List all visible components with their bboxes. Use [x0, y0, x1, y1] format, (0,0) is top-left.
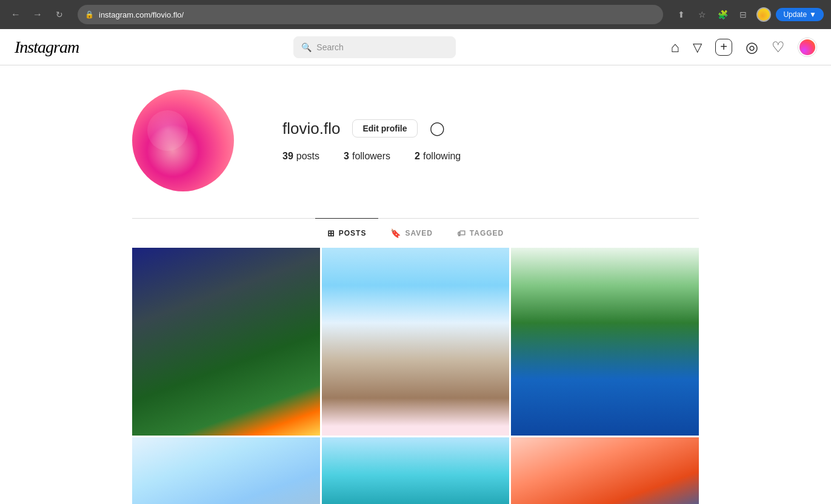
download-icon[interactable]: ⬆ — [673, 6, 690, 23]
grid-item[interactable] — [511, 248, 699, 436]
instagram-logo[interactable]: Instagram — [15, 38, 79, 57]
profile-section: flovio.flo Edit profile ◯ 39 posts 3 fol… — [132, 65, 699, 218]
search-icon: 🔍 — [301, 42, 312, 52]
followers-stat[interactable]: 3 followers — [344, 151, 390, 162]
compass-icon[interactable]: ◎ — [746, 39, 758, 56]
settings-icon[interactable]: ◯ — [430, 121, 445, 136]
tab-saved[interactable]: 🔖 SAVED — [378, 218, 444, 248]
lock-icon: 🔒 — [85, 10, 94, 19]
url-text: instagram.com/flovio.flo/ — [99, 10, 184, 19]
bookmark-icon[interactable]: ☆ — [693, 6, 710, 23]
cast-icon[interactable]: ⊟ — [735, 6, 752, 23]
following-stat[interactable]: 2 following — [415, 151, 461, 162]
instagram-header: Instagram 🔍 ⌂ ▽ + ◎ ♡ — [0, 29, 831, 65]
profile-icon[interactable] — [755, 6, 772, 23]
search-input[interactable] — [316, 42, 448, 52]
profile-avatar-nav[interactable] — [798, 38, 816, 56]
profile-stats: 39 posts 3 followers 2 following — [282, 151, 699, 162]
posts-count: 39 — [282, 151, 293, 162]
grid-item[interactable] — [322, 437, 510, 504]
tab-posts[interactable]: ⊞ POSTS — [315, 218, 379, 248]
forward-button[interactable]: → — [29, 6, 46, 23]
posts-stat: 39 posts — [282, 151, 319, 162]
browser-actions: ⬆ ☆ 🧩 ⊟ Update ▼ — [673, 6, 824, 23]
tab-tagged-label: TAGGED — [470, 229, 504, 237]
browser-chrome: ← → ↻ 🔒 instagram.com/flovio.flo/ ⬆ ☆ 🧩 … — [0, 0, 831, 29]
reload-button[interactable]: ↻ — [51, 6, 68, 23]
following-count: 2 — [415, 151, 420, 162]
grid-item[interactable] — [132, 248, 320, 436]
grid-item[interactable] — [322, 248, 510, 436]
profile-info: flovio.flo Edit profile ◯ 39 posts 3 fol… — [282, 119, 699, 162]
update-button[interactable]: Update ▼ — [776, 8, 824, 21]
heart-icon[interactable]: ♡ — [772, 39, 785, 56]
posts-tab-icon: ⊞ — [327, 228, 335, 238]
puzzle-icon[interactable]: 🧩 — [714, 6, 731, 23]
main-nav: ⌂ ▽ + ◎ ♡ — [671, 38, 817, 56]
profile-top: flovio.flo Edit profile ◯ — [282, 119, 699, 138]
grid-item[interactable] — [132, 437, 320, 504]
edit-profile-button[interactable]: Edit profile — [352, 119, 417, 138]
followers-label: followers — [352, 151, 390, 162]
posts-label: posts — [296, 151, 319, 162]
add-icon[interactable]: + — [715, 39, 732, 56]
profile-username: flovio.flo — [282, 121, 340, 136]
tab-saved-label: SAVED — [405, 229, 432, 237]
search-bar[interactable]: 🔍 — [293, 36, 456, 58]
profile-tabs: ⊞ POSTS 🔖 SAVED 🏷 TAGGED — [132, 218, 699, 248]
grid-item[interactable] — [511, 437, 699, 504]
home-icon[interactable]: ⌂ — [671, 39, 680, 56]
followers-count: 3 — [344, 151, 349, 162]
saved-tab-icon: 🔖 — [390, 228, 401, 238]
filter-icon[interactable]: ▽ — [693, 40, 702, 55]
tab-tagged[interactable]: 🏷 TAGGED — [445, 218, 516, 248]
tab-posts-label: POSTS — [339, 229, 367, 237]
url-bar[interactable]: 🔒 instagram.com/flovio.flo/ — [78, 5, 663, 24]
posts-grid — [132, 248, 699, 504]
back-button[interactable]: ← — [7, 6, 24, 23]
main-content: flovio.flo Edit profile ◯ 39 posts 3 fol… — [120, 65, 711, 504]
following-label: following — [423, 151, 461, 162]
profile-avatar[interactable] — [132, 90, 234, 191]
profile-avatar-wrap — [132, 90, 234, 191]
tagged-tab-icon: 🏷 — [457, 228, 466, 238]
